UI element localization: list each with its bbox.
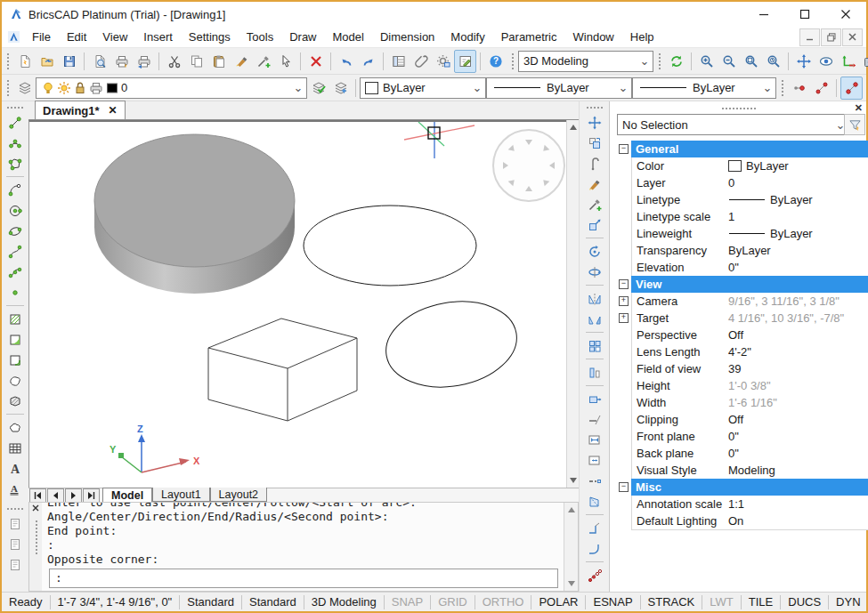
property-row[interactable]: Visual StyleModeling [617,462,864,479]
redo-button[interactable] [357,50,379,73]
menu-file[interactable]: File [24,28,59,46]
dpoint-button[interactable] [4,282,26,302]
seg-button[interactable] [810,77,832,100]
mscale-button[interactable] [584,214,605,235]
copy-button[interactable] [185,50,207,73]
nav-first-icon[interactable] [29,488,46,503]
command-drag-handle[interactable] [34,519,38,554]
dellipse-button[interactable] [4,221,26,241]
property-section-row[interactable]: −General [617,141,864,157]
cylinder-solid[interactable] [94,134,295,294]
property-value[interactable]: ByLayer [724,225,868,243]
property-value[interactable]: 1 [724,208,868,226]
mdi-close-icon[interactable] [842,28,863,46]
property-row[interactable]: PerspectiveOff [617,327,864,343]
property-row[interactable]: LineweightByLayer [617,225,864,242]
pan-button[interactable] [792,50,815,73]
dcurve-button[interactable] [4,262,26,282]
menu-dimension[interactable]: Dimension [372,28,442,46]
toolbar-drag-handle[interactable] [780,78,784,98]
nav-last-icon[interactable] [83,488,100,503]
dtable-button[interactable] [4,438,26,458]
circle-entity[interactable] [304,206,476,286]
property-row[interactable]: Annotation scale1:1 [617,496,864,512]
help-button[interactable]: ? [484,50,507,73]
lineweight-combo[interactable]: ByLayer⌄ [632,77,776,99]
mcopy-button[interactable] [584,133,605,153]
zoomout-button[interactable] [718,50,740,73]
panel-drag-handle[interactable] [720,106,756,110]
darc-button[interactable] [4,180,26,200]
dtextu-button[interactable]: A [4,479,26,499]
property-value[interactable]: Off [724,327,868,344]
mfillet-button[interactable] [584,538,605,559]
toolbar-drag-handle[interactable] [585,105,604,109]
property-value[interactable]: Modeling [724,462,868,480]
layout-tab-layout2[interactable]: Layout2 [210,488,267,502]
property-row[interactable]: Layer0 [617,174,864,191]
mhook-button[interactable] [584,153,605,173]
toolbar-drag-handle[interactable] [5,105,25,109]
layers-button[interactable] [13,77,36,100]
mtrim-button[interactable] [584,409,605,430]
meyedrop-button[interactable] [584,194,605,214]
mextend2-button[interactable] [584,450,605,471]
toggle-snap[interactable]: SNAP [385,595,431,609]
menu-modify[interactable]: Modify [442,28,492,46]
scroll-up-icon[interactable] [566,504,577,515]
laycheck-button[interactable] [307,77,329,100]
dotpair-button[interactable] [788,77,810,100]
mtaper-button[interactable] [584,491,605,512]
sheet-button[interactable] [4,554,26,575]
property-section-row[interactable]: −Misc [617,479,864,496]
gear-button[interactable] [432,50,454,73]
panel-close-icon[interactable]: ✕ [855,102,863,114]
workspace-combo[interactable]: 3D Modeling⌄ [518,51,653,72]
dshape-button[interactable] [4,370,26,391]
layer-combo[interactable]: 0⌄ [36,77,307,99]
collapse-icon[interactable]: − [619,279,629,289]
property-row[interactable]: ClippingOff [617,411,864,428]
property-value[interactable]: 0" [724,428,868,446]
toggle-esnap[interactable]: ESNAP [586,595,640,609]
scroll-down-icon[interactable] [568,475,579,486]
dtext-button[interactable]: A [4,458,26,479]
ucs-button[interactable] [837,50,859,73]
toolbar-drag-handle[interactable] [657,52,661,71]
seg2-button[interactable] [840,77,863,100]
zoomprev-button[interactable] [762,50,784,73]
mdi-minimize-icon[interactable] [799,28,820,46]
menu-parametric[interactable]: Parametric [493,28,565,46]
eyedrop-button[interactable] [252,50,274,73]
mrot3d-button[interactable] [584,262,605,282]
property-row[interactable]: LinetypeByLayer [617,191,864,208]
toggle-polar[interactable]: POLAR [531,595,586,609]
explorer-button[interactable] [387,50,410,73]
mmir3d-button[interactable] [584,309,605,329]
open-button[interactable] [36,50,58,73]
minimize-icon[interactable] [743,3,784,26]
property-value[interactable]: 0 [724,174,868,192]
marray-button[interactable] [584,335,605,356]
dbound-button[interactable] [4,350,26,370]
document-tab[interactable]: Drawing1* ✕ [35,101,126,119]
property-row[interactable]: +Target4 1/16", 10 3/16", -7/8" [617,310,864,327]
mcorner-button[interactable] [584,518,605,538]
layout-tab-layout1[interactable]: Layout1 [152,488,209,502]
property-row[interactable]: TransparencyByLayer [617,242,864,259]
toolbar-drag-handle[interactable] [510,52,515,71]
status-field-1[interactable]: Standard [242,595,304,609]
property-value[interactable]: 39 [724,360,868,378]
mmove-button[interactable] [584,112,605,133]
maximize-icon[interactable] [784,3,825,26]
property-value[interactable]: 0" [724,445,868,463]
property-row[interactable]: +Camera9/16", 3 11/16", 3 1/8" [617,293,864,310]
property-row[interactable]: Back plane0" [617,445,864,462]
toggle-strack[interactable]: STRACK [641,595,703,609]
toggle-grid[interactable]: GRID [431,595,475,609]
dpolyline-button[interactable] [4,133,26,153]
property-value[interactable]: 9/16", 3 11/16", 3 1/8" [724,293,868,311]
collapse-icon[interactable]: − [619,482,629,492]
command-input[interactable]: : [49,569,558,588]
property-value[interactable]: 1:1 [724,496,868,513]
